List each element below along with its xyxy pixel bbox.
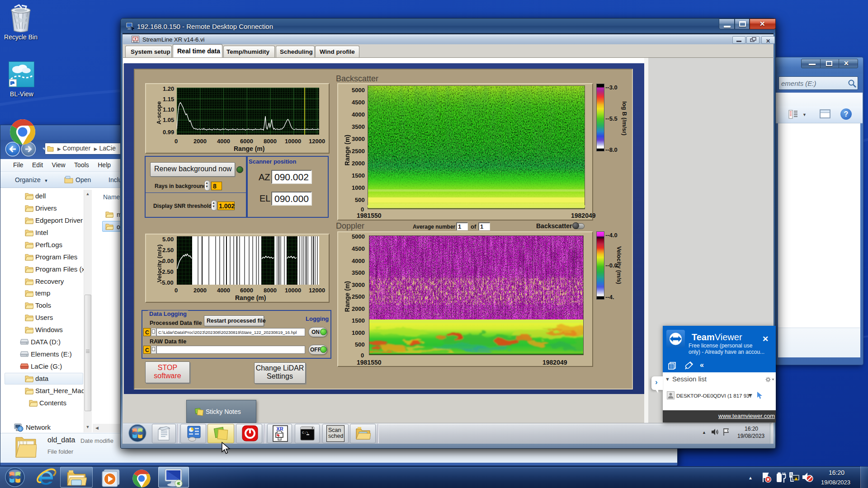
svg-text:C:\: C:\ [302, 431, 309, 435]
svg-text:XR: XR [276, 426, 283, 432]
